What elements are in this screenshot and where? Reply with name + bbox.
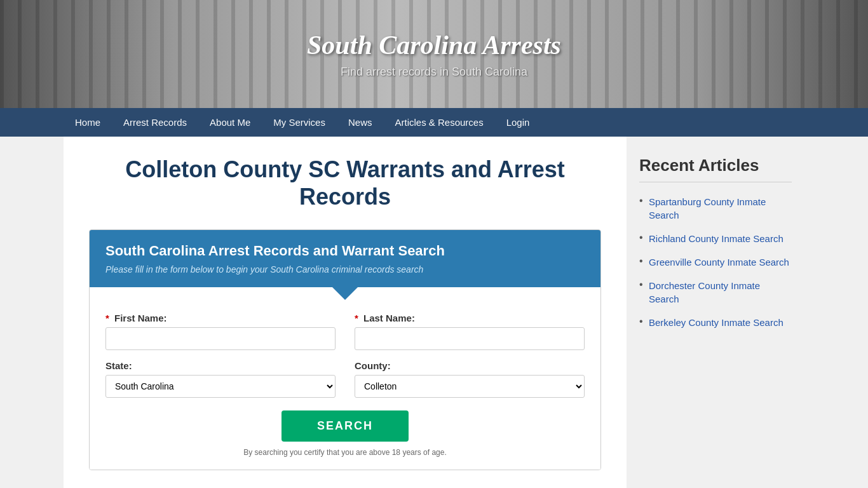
main-container: Colleton County SC Warrants and Arrest R…: [0, 137, 868, 488]
page-title: Colleton County SC Warrants and Arrest R…: [89, 156, 601, 210]
nav-inner: Home Arrest Records About Me My Services…: [0, 108, 868, 137]
header-content: South Carolina Arrests Find arrest recor…: [307, 30, 561, 79]
state-label: State:: [105, 360, 336, 371]
recent-articles-list: Spartanburg County Inmate Search Richlan…: [639, 195, 792, 329]
state-select[interactable]: South Carolina: [105, 375, 336, 398]
content-area: Colleton County SC Warrants and Arrest R…: [64, 137, 627, 488]
search-button[interactable]: SEARCH: [281, 410, 409, 442]
required-star-last: *: [355, 313, 358, 323]
form-row-location: State: South Carolina County: Colleton: [105, 360, 585, 398]
search-box-title: South Carolina Arrest Records and Warran…: [105, 243, 585, 259]
nav-services[interactable]: My Services: [262, 108, 337, 137]
list-item: Berkeley County Inmate Search: [639, 316, 792, 329]
sidebar-title: Recent Articles: [639, 156, 792, 182]
list-item: Spartanburg County Inmate Search: [639, 195, 792, 222]
list-item: Richland County Inmate Search: [639, 232, 792, 245]
form-row-names: * First Name: * Last Name:: [105, 313, 585, 350]
list-item: Greenville County Inmate Search: [639, 255, 792, 269]
last-name-input[interactable]: [355, 327, 585, 350]
last-name-label: * Last Name:: [355, 313, 585, 323]
article-link-richland[interactable]: Richland County Inmate Search: [649, 233, 783, 244]
site-title: South Carolina Arrests: [307, 30, 561, 60]
site-header: South Carolina Arrests Find arrest recor…: [0, 0, 868, 108]
article-link-greenville[interactable]: Greenville County Inmate Search: [649, 257, 789, 268]
form-group-last-name: * Last Name:: [355, 313, 585, 350]
search-box-subtitle: Please fill in the form below to begin y…: [105, 264, 585, 274]
article-link-spartanburg[interactable]: Spartanburg County Inmate Search: [649, 196, 766, 220]
site-subtitle: Find arrest records in South Carolina: [307, 65, 561, 79]
article-link-berkeley[interactable]: Berkeley County Inmate Search: [649, 317, 783, 328]
required-star-first: *: [105, 313, 109, 323]
first-name-label: * First Name:: [105, 313, 336, 323]
form-group-first-name: * First Name:: [105, 313, 336, 350]
county-label: County:: [355, 360, 585, 371]
search-box: South Carolina Arrest Records and Warran…: [89, 229, 601, 470]
nav-arrest-records[interactable]: Arrest Records: [112, 108, 198, 137]
form-disclaimer: By searching you certify that you are ab…: [105, 448, 585, 457]
main-nav: Home Arrest Records About Me My Services…: [0, 108, 868, 137]
form-group-state: State: South Carolina: [105, 360, 336, 398]
nav-articles[interactable]: Articles & Resources: [383, 108, 494, 137]
form-group-county: County: Colleton: [355, 360, 585, 398]
nav-login[interactable]: Login: [495, 108, 541, 137]
county-select[interactable]: Colleton: [355, 375, 585, 398]
article-link-dorchester[interactable]: Dorchester County Inmate Search: [649, 280, 760, 304]
search-box-arrow: [332, 287, 358, 300]
nav-about-me[interactable]: About Me: [198, 108, 262, 137]
search-box-header: South Carolina Arrest Records and Warran…: [90, 230, 600, 287]
first-name-input[interactable]: [105, 327, 336, 350]
nav-news[interactable]: News: [337, 108, 384, 137]
list-item: Dorchester County Inmate Search: [639, 279, 792, 306]
nav-home[interactable]: Home: [64, 108, 112, 137]
form-area: * First Name: * Last Name:: [90, 300, 600, 470]
sidebar: Recent Articles Spartanburg County Inmat…: [627, 137, 804, 488]
